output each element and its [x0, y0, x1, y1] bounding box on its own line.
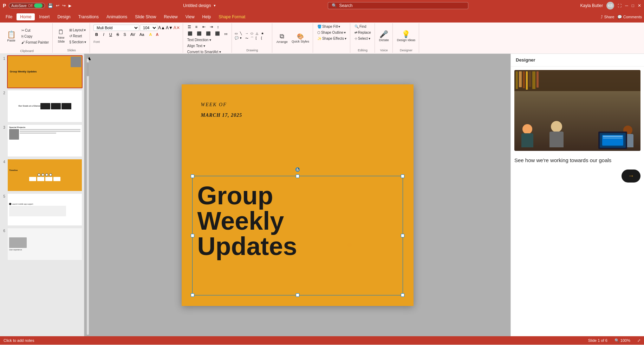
doc-title[interactable]: Untitled design [183, 3, 211, 8]
line-spacing-btn[interactable]: ↕ [215, 24, 222, 30]
strikethrough-btn[interactable]: S [115, 32, 121, 37]
menu-file[interactable]: File [2, 13, 16, 20]
design-ideas-btn[interactable]: 💡 Design Ideas [396, 26, 417, 45]
highlight-color-btn[interactable]: A [147, 32, 154, 37]
align-text-btn[interactable]: Align Text ▾ [186, 43, 207, 49]
rotate-handle[interactable]: ↺ [295, 167, 300, 172]
scrollbar-track[interactable] [87, 59, 89, 335]
bullets-btn[interactable]: ☰ [186, 24, 193, 30]
autosave-toggle[interactable] [34, 4, 43, 8]
autosave-badge[interactable]: AutoSave Off [9, 3, 45, 8]
shape-triangle[interactable]: △ [256, 32, 261, 36]
menu-animations[interactable]: Animations [103, 13, 131, 20]
maximize-btn[interactable]: □ [632, 3, 634, 8]
scroll-indicator[interactable]: ▲ [86, 54, 90, 336]
minimize-btn[interactable]: ─ [625, 3, 628, 8]
comments-btn[interactable]: 💬 Comments [617, 15, 642, 19]
slide-panel[interactable]: 1 Group Weekly Updates 2 Our Goals at a … [0, 54, 84, 336]
cta-button[interactable]: → [622, 170, 640, 183]
shape-oval[interactable]: ⬭ [251, 32, 255, 36]
shape-bracket[interactable]: [ [256, 36, 261, 40]
slide-img-2[interactable]: Our Goals at a Glance [7, 90, 83, 123]
increase-indent-btn[interactable]: ⇥ [208, 24, 215, 30]
slide-main-title[interactable]: Group Weekly Updates [197, 183, 297, 259]
select-btn[interactable]: ⊹ Select ▾ [353, 36, 372, 41]
reset-btn[interactable]: ↺ Reset [68, 33, 87, 39]
shape-more[interactable]: ▾ [240, 36, 245, 40]
handle-mr[interactable] [401, 234, 404, 237]
shape-brace[interactable]: { [261, 36, 266, 40]
bold-btn[interactable]: B [93, 32, 100, 37]
slide-thumb-2[interactable]: 2 Our Goals at a Glance [1, 90, 83, 123]
dropdown-icon[interactable]: ▼ [213, 4, 216, 7]
slide-thumb-6[interactable]: 6 User experience [1, 228, 83, 261]
menu-slideshow[interactable]: Slide Show [131, 13, 160, 20]
designer-panel-content[interactable]: See how we're working towards our goals … [511, 66, 644, 336]
handle-bl[interactable] [191, 293, 194, 297]
slide-thumb-4[interactable]: 4 Timeline [1, 159, 83, 192]
handle-tl[interactable] [191, 174, 194, 178]
increase-font-btn[interactable]: A▲ [158, 25, 165, 30]
slide-thumb-5[interactable]: 5 Launch mobile app support [1, 193, 83, 226]
undo-icon[interactable]: ↩ [56, 3, 59, 8]
numbering-btn[interactable]: ≡ [194, 24, 200, 30]
slide-thumb-3[interactable]: 3 Special Projects [1, 124, 83, 157]
shadow-btn[interactable]: S [122, 32, 128, 37]
save-icon[interactable]: 💾 [48, 3, 53, 8]
shape-connector[interactable]: ⌒ [251, 36, 255, 40]
dictate-btn[interactable]: 🎤 Dictate [378, 26, 390, 45]
scrollbar-thumb[interactable] [87, 62, 89, 76]
font-color-btn[interactable]: A [154, 32, 160, 37]
shape-star[interactable]: ★ [261, 32, 266, 36]
slide-img-4[interactable]: Timeline [7, 159, 83, 192]
font-name-select[interactable]: Muli Bold [93, 25, 139, 31]
justify-btn[interactable]: ⬛ [213, 31, 222, 37]
slide-img-6[interactable]: User experience [7, 228, 83, 261]
slide-thumb-1[interactable]: 1 Group Weekly Updates [1, 55, 83, 88]
slide-img-1[interactable]: Group Weekly Updates [7, 55, 83, 88]
fit-to-window[interactable]: ⤢ [637, 338, 640, 343]
replace-btn[interactable]: ⇄ Replace [353, 30, 372, 35]
shape-curve[interactable]: 〜 [245, 36, 250, 40]
shape-effects-btn[interactable]: ✨ Shape Effects ▾ [316, 36, 348, 41]
scroll-up[interactable]: ▲ [86, 55, 89, 58]
font-size-select[interactable]: 104 [140, 25, 157, 31]
italic-btn[interactable]: I [100, 32, 107, 37]
present-icon[interactable]: ▶ [69, 4, 71, 8]
menu-view[interactable]: View [182, 13, 198, 20]
handle-br[interactable] [401, 293, 404, 297]
decrease-font-btn[interactable]: A▼ [166, 25, 173, 30]
shape-line[interactable]: ╲ [240, 32, 245, 36]
columns-btn[interactable]: ⚏ [222, 31, 229, 37]
menu-transitions[interactable]: Transitions [75, 13, 102, 20]
handle-ml[interactable] [191, 234, 194, 237]
menu-home[interactable]: Home [17, 13, 35, 20]
redo-icon[interactable]: ↪ [62, 3, 66, 8]
slide-img-5[interactable]: Launch mobile app support [7, 193, 83, 226]
underline-btn[interactable]: U [108, 32, 114, 37]
paste-btn[interactable]: 📋 Paste [4, 24, 19, 49]
arrange-btn[interactable]: ⧉ Arrange [275, 28, 289, 47]
share-icon[interactable]: ⛶ [618, 4, 622, 8]
shape-rect[interactable]: ▭ [235, 32, 240, 36]
shape-outline-btn[interactable]: ⬡ Shape Outline ▾ [316, 30, 347, 35]
user-name[interactable]: Kayla Butler [580, 3, 603, 8]
search-box[interactable]: 🔍 Search [328, 2, 468, 9]
align-left-btn[interactable]: ⬛ [186, 31, 194, 37]
quick-styles-btn[interactable]: 🎨 Quick Styles [290, 28, 311, 47]
handle-bm[interactable] [296, 293, 299, 297]
handle-tm[interactable] [296, 174, 299, 178]
align-center-btn[interactable]: ⬛ [195, 31, 203, 37]
main-slide[interactable]: WEEK OF MARCH 17, 2025 ↺ Group Weekly [182, 84, 414, 306]
menu-design[interactable]: Design [54, 13, 74, 20]
format-painter-btn[interactable]: 🖌 Format Painter [20, 40, 50, 45]
clear-format-btn[interactable]: A✕ [174, 25, 180, 30]
menu-review[interactable]: Review [160, 13, 181, 20]
shape-arrow[interactable]: → [245, 32, 250, 36]
menu-insert[interactable]: Insert [35, 13, 53, 20]
align-right-btn[interactable]: ⬛ [204, 31, 213, 37]
char-spacing-btn[interactable]: AV [129, 32, 137, 37]
find-btn[interactable]: 🔍 Find [353, 24, 367, 29]
slide-img-3[interactable]: Special Projects [7, 124, 83, 157]
menu-shape-format[interactable]: Shape Format [215, 13, 249, 20]
